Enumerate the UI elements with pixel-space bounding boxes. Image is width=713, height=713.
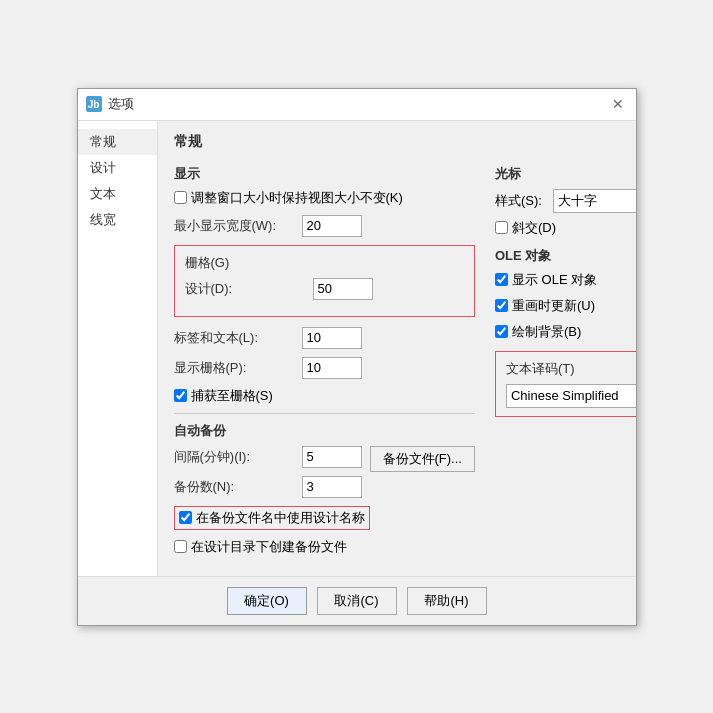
options-dialog: Jb 选项 ✕ 常规 设计 文本 线宽 常规 — [77, 88, 637, 626]
cursor-label: 光标 — [495, 165, 636, 183]
dialog-footer: 确定(O) 取消(C) 帮助(H) — [78, 576, 636, 625]
count-input[interactable] — [302, 476, 362, 498]
snap-to-grid-checkbox[interactable] — [174, 389, 187, 402]
create-in-dir-label: 在设计目录下创建备份文件 — [191, 538, 347, 556]
draw-bg-label: 绘制背景(B) — [512, 323, 581, 341]
use-design-name-checkbox[interactable] — [179, 511, 192, 524]
sidebar-item-general[interactable]: 常规 — [78, 129, 157, 155]
tag-text-label: 标签和文本(L): — [174, 329, 294, 347]
left-column: 显示 调整窗口大小时保持视图大小不变(K) 最小显示宽度(W): 栅格(G) 设… — [174, 165, 475, 564]
backup-right: 备份文件(F)... — [370, 446, 475, 474]
min-width-input[interactable] — [302, 215, 362, 237]
snap-to-grid-label: 捕获至栅格(S) — [191, 387, 273, 405]
keep-size-row: 调整窗口大小时保持视图大小不变(K) — [174, 189, 475, 207]
cursor-style-select[interactable]: 大十字 小十字 箭头 — [553, 189, 636, 213]
section-title: 常规 — [174, 133, 620, 155]
dialog-body: 常规 设计 文本 线宽 常规 显示 调整窗口 — [78, 121, 636, 576]
title-bar: Jb 选项 ✕ — [78, 89, 636, 121]
sidebar-item-text[interactable]: 文本 — [78, 181, 157, 207]
backup-file-button[interactable]: 备份文件(F)... — [370, 446, 475, 472]
backup-row: 间隔(分钟)(I): 备份数(N): 备份文件(F)... — [174, 446, 475, 506]
min-width-row: 最小显示宽度(W): — [174, 215, 475, 237]
content-grid: 显示 调整窗口大小时保持视图大小不变(K) 最小显示宽度(W): 栅格(G) 设… — [174, 165, 620, 564]
sidebar: 常规 设计 文本 线宽 — [78, 121, 158, 576]
grid-label: 栅格(G) — [185, 254, 464, 272]
sidebar-item-linewidth[interactable]: 线宽 — [78, 207, 157, 233]
create-in-dir-row: 在设计目录下创建备份文件 — [174, 538, 475, 556]
dialog-title: 选项 — [108, 95, 608, 113]
show-ole-row: 显示 OLE 对象 — [495, 271, 636, 289]
keep-size-checkbox[interactable] — [174, 191, 187, 204]
display-grid-row: 显示栅格(P): — [174, 357, 475, 379]
right-column: 光标 样式(S): 大十字 小十字 箭头 斜交(D) — [495, 165, 636, 564]
tag-text-input[interactable] — [302, 327, 362, 349]
content-area: 常规 显示 调整窗口大小时保持视图大小不变(K) 最小显示宽度(W): — [158, 121, 636, 576]
backup-left: 间隔(分钟)(I): 备份数(N): — [174, 446, 362, 506]
show-ole-label: 显示 OLE 对象 — [512, 271, 597, 289]
auto-backup-section: 自动备份 间隔(分钟)(I): 备份数(N): — [174, 422, 475, 556]
text-encoding-select[interactable]: Chinese Simplified UTF-8 GBK Big5 — [506, 384, 636, 408]
text-encoding-label: 文本译码(T) — [506, 360, 636, 378]
count-label: 备份数(N): — [174, 478, 294, 496]
interval-input[interactable] — [302, 446, 362, 468]
close-button[interactable]: ✕ — [608, 94, 628, 114]
keep-size-label: 调整窗口大小时保持视图大小不变(K) — [191, 189, 403, 207]
interval-row: 间隔(分钟)(I): — [174, 446, 362, 468]
ole-section: OLE 对象 显示 OLE 对象 重画时更新(U) 绘制背景(B) — [495, 247, 636, 341]
cancel-button[interactable]: 取消(C) — [317, 587, 397, 615]
draw-bg-checkbox[interactable] — [495, 325, 508, 338]
redraw-update-row: 重画时更新(U) — [495, 297, 636, 315]
sidebar-item-design[interactable]: 设计 — [78, 155, 157, 181]
ole-label: OLE 对象 — [495, 247, 636, 265]
text-encoding-section: 文本译码(T) Chinese Simplified UTF-8 GBK Big… — [495, 351, 636, 417]
use-design-name-label: 在备份文件名中使用设计名称 — [196, 509, 365, 527]
cursor-section: 光标 样式(S): 大十字 小十字 箭头 斜交(D) — [495, 165, 636, 237]
grid-section: 栅格(G) 设计(D): — [174, 245, 475, 317]
snap-to-grid-row: 捕获至栅格(S) — [174, 387, 475, 405]
auto-backup-label: 自动备份 — [174, 422, 475, 440]
italic-label: 斜交(D) — [512, 219, 556, 237]
min-width-label: 最小显示宽度(W): — [174, 217, 294, 235]
redraw-update-label: 重画时更新(U) — [512, 297, 595, 315]
design-input[interactable] — [313, 278, 373, 300]
cursor-style-label: 样式(S): — [495, 192, 545, 210]
use-design-name-row: 在备份文件名中使用设计名称 — [174, 506, 370, 530]
display-grid-label: 显示栅格(P): — [174, 359, 294, 377]
help-button[interactable]: 帮助(H) — [407, 587, 487, 615]
tag-text-row: 标签和文本(L): — [174, 327, 475, 349]
confirm-button[interactable]: 确定(O) — [227, 587, 307, 615]
italic-row: 斜交(D) — [495, 219, 636, 237]
design-label: 设计(D): — [185, 280, 305, 298]
design-row: 设计(D): — [185, 278, 464, 300]
show-ole-checkbox[interactable] — [495, 273, 508, 286]
interval-label: 间隔(分钟)(I): — [174, 448, 294, 466]
display-label: 显示 — [174, 165, 475, 183]
cursor-style-row: 样式(S): 大十字 小十字 箭头 — [495, 189, 636, 213]
app-icon: Jb — [86, 96, 102, 112]
count-row: 备份数(N): — [174, 476, 362, 498]
draw-bg-row: 绘制背景(B) — [495, 323, 636, 341]
display-grid-input[interactable] — [302, 357, 362, 379]
italic-checkbox[interactable] — [495, 221, 508, 234]
create-in-dir-checkbox[interactable] — [174, 540, 187, 553]
redraw-update-checkbox[interactable] — [495, 299, 508, 312]
